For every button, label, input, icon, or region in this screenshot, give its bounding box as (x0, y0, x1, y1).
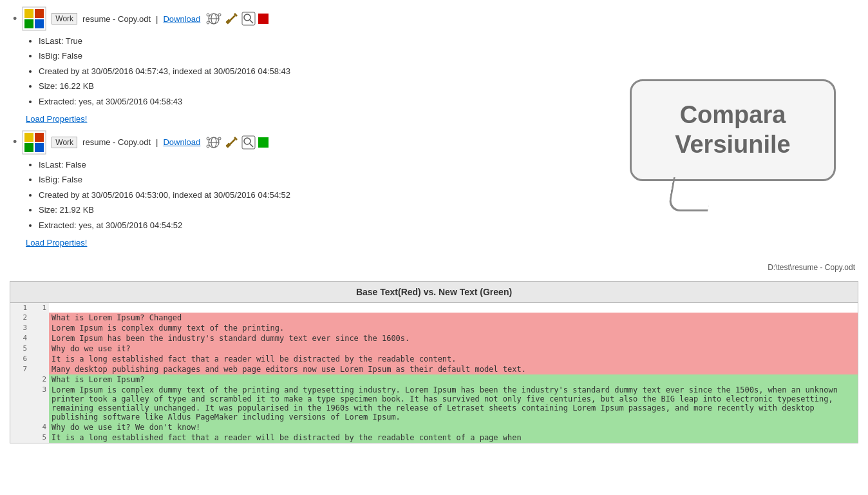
svg-rect-17 (24, 133, 33, 142)
file2-separator: | (156, 137, 158, 147)
svg-point-8 (207, 14, 209, 16)
file1-download[interactable]: Download (163, 14, 200, 24)
file2-download[interactable]: Download (163, 137, 200, 147)
comparison-row-9: 4Why do we use it? We don't know! (10, 422, 858, 432)
file-icon-1 (22, 6, 46, 31)
left-line-num-6: 7 (10, 364, 30, 374)
right-line-num-4 (30, 344, 49, 354)
left-line-num-7 (10, 374, 30, 385)
bubble-text: Compara Versiunile (657, 101, 808, 159)
file-header-1: • Work resume - Copy.odt | Download (13, 6, 610, 31)
left-line-num-2: 3 (10, 323, 30, 333)
zoom-icon-1[interactable] (241, 12, 256, 26)
comparison-row-3: 4Lorem Ipsum has been the industry's sta… (10, 333, 858, 344)
right-panel: Compara Versiunile (610, 6, 855, 254)
file-header-2: • Work resume - Copy.odt | Download (13, 130, 610, 155)
right-line-num-9: 4 (30, 422, 49, 432)
top-section: • Work resume - Copy.odt | Download (0, 0, 868, 260)
right-line-num-1 (30, 313, 49, 323)
file1-toolbar (205, 12, 269, 26)
right-line-num-0: 1 (30, 303, 49, 313)
left-line-num-1: 2 (10, 313, 30, 323)
line-content-1: What is Lorem Ipsum? Changed (49, 313, 858, 323)
color-indicator-1 (258, 14, 269, 24)
svg-rect-2 (24, 19, 33, 28)
comparison-table: 112What is Lorem Ipsum? Changed3Lorem Ip… (10, 303, 858, 443)
svg-point-32 (244, 138, 250, 144)
svg-rect-19 (24, 143, 33, 152)
network-icon-2[interactable] (205, 135, 222, 150)
tools-icon-1[interactable] (225, 12, 239, 26)
file1-props-list: IsLast: True IsBig: False Created by at … (13, 34, 610, 109)
right-line-num-2 (30, 323, 49, 333)
line-content-10: It is a long established fact that a rea… (49, 432, 858, 443)
comparison-row-8: 3Lorem Ipsum is complex dummy text of th… (10, 385, 858, 422)
right-line-num-8: 3 (30, 385, 49, 422)
left-line-num-3: 4 (10, 333, 30, 344)
file2-prop-3: Size: 21.92 KB (39, 202, 610, 217)
file-icon-2 (22, 130, 46, 155)
comparison-row-0: 11 (10, 303, 858, 313)
line-content-2: Lorem Ipsum is complex dummy text of the… (49, 323, 858, 333)
svg-rect-18 (35, 133, 44, 142)
speech-bubble: Compara Versiunile (630, 79, 836, 180)
comparison-row-10: 5It is a long established fact that a re… (10, 432, 858, 443)
right-line-num-5 (30, 354, 49, 364)
comparison-row-4: 5Why do we use it? (10, 344, 858, 354)
file2-prop-1: IsBig: False (39, 172, 610, 187)
file1-prop-1: IsBig: False (39, 48, 610, 63)
network-icon-1[interactable] (205, 12, 222, 26)
svg-point-15 (244, 14, 250, 21)
svg-rect-1 (35, 9, 44, 18)
svg-rect-0 (24, 9, 33, 18)
left-line-num-5: 6 (10, 354, 30, 364)
svg-point-27 (207, 145, 209, 148)
file1-prop-2: Created by at 30/05/2016 04:57:43, index… (39, 64, 610, 79)
line-content-7: What is Lorem Ipsum? (49, 374, 858, 385)
left-line-num-4: 5 (10, 344, 30, 354)
file2-props-list: IsLast: False IsBig: False Created by at… (13, 157, 610, 233)
comparison-row-1: 2What is Lorem Ipsum? Changed (10, 313, 858, 323)
svg-point-25 (207, 137, 209, 140)
tools-icon-2[interactable] (225, 135, 239, 150)
file2-tag: Work (52, 137, 77, 148)
file2-load-props[interactable]: Load Properties! (26, 238, 610, 248)
comparison-row-6: 7Many desktop publishing packages and we… (10, 364, 858, 374)
file2-prop-2: Created by at 30/05/2016 04:53:00, index… (39, 188, 610, 202)
line-content-5: It is a long established fact that a rea… (49, 354, 858, 364)
line-content-4: Why do we use it? (49, 344, 858, 354)
bubble-line1: Compara (657, 101, 808, 130)
file1-separator: | (156, 14, 158, 24)
right-line-num-7: 2 (30, 374, 49, 385)
bubble-line2: Versiunile (657, 130, 808, 160)
file1-prop-0: IsLast: True (39, 34, 610, 48)
file-entry-2: • Work resume - Copy.odt | Download (13, 130, 610, 248)
svg-point-26 (218, 137, 221, 140)
file1-tag: Work (52, 13, 77, 24)
svg-line-33 (250, 144, 253, 147)
left-line-num-9 (10, 422, 30, 432)
file1-prop-3: Size: 16.22 KB (39, 79, 610, 93)
file2-toolbar (205, 135, 269, 150)
right-line-num-10: 5 (30, 432, 49, 443)
comparison-row-2: 3Lorem Ipsum is complex dummy text of th… (10, 323, 858, 333)
file2-name: resume - Copy.odt (82, 137, 151, 147)
svg-line-16 (250, 20, 253, 23)
zoom-icon-2[interactable] (241, 135, 256, 150)
left-line-num-10 (10, 432, 30, 443)
file1-prop-4: Extracted: yes, at 30/05/2016 04:58:43 (39, 94, 610, 109)
file1-load-props[interactable]: Load Properties! (26, 114, 610, 124)
left-line-num-8 (10, 385, 30, 422)
left-panel: • Work resume - Copy.odt | Download (13, 6, 610, 254)
comparison-row-5: 6It is a long established fact that a re… (10, 354, 858, 364)
line-content-9: Why do we use it? We don't know! (49, 422, 858, 432)
path-label: D:\test\resume - Copy.odt (0, 260, 868, 275)
comparison-section: Base Text(Red) vs. New Text (Green) 112W… (10, 281, 858, 443)
file-entry-1: • Work resume - Copy.odt | Download (13, 6, 610, 124)
comparison-header: Base Text(Red) vs. New Text (Green) (10, 282, 858, 303)
comparison-row-7: 2What is Lorem Ipsum? (10, 374, 858, 385)
file1-name: resume - Copy.odt (82, 14, 151, 24)
right-line-num-3 (30, 333, 49, 344)
svg-rect-20 (35, 143, 44, 152)
svg-rect-3 (35, 19, 44, 28)
